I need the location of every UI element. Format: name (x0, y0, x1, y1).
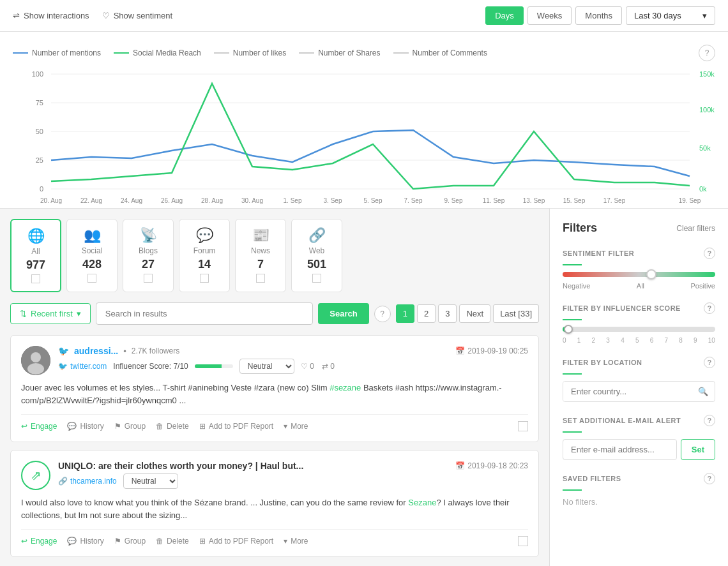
engage-btn-1[interactable]: ↩ Engage (21, 422, 57, 431)
source-news-check (256, 274, 265, 283)
delete-btn-1[interactable]: 🗑 Delete (156, 422, 189, 431)
saved-help-btn[interactable]: ? (704, 473, 715, 484)
page-last-btn[interactable]: Last [33] (493, 304, 539, 323)
sentiment-select-2[interactable]: Neutral Positive Negative (123, 473, 178, 489)
show-sentiment-btn[interactable]: ♡ Show sentiment (102, 11, 173, 20)
email-row: Set (563, 439, 715, 460)
months-btn[interactable]: Months (575, 6, 622, 25)
sentiment-slider[interactable] (563, 272, 715, 277)
source-all[interactable]: 🌐 All 977 (10, 219, 61, 292)
group-btn-1[interactable]: ⚑ Group (114, 422, 146, 431)
sentiment-select-1[interactable]: Neutral Positive Negative (239, 359, 294, 374)
history-btn-1[interactable]: 💬 History (67, 422, 103, 431)
sentiment-underline (563, 264, 582, 265)
influencer-thumb[interactable] (564, 325, 573, 334)
legend-likes: Number of likes (214, 48, 286, 57)
delete-btn-2[interactable]: 🗑 Delete (156, 537, 189, 546)
heart-icon: ♡ (102, 11, 110, 20)
result-2-highlight[interactable]: Sezane (408, 498, 436, 507)
source-link-1[interactable]: 🐦 twitter.com (58, 362, 107, 371)
svg-text:5. Sep: 5. Sep (364, 197, 383, 204)
svg-text:30. Aug: 30. Aug (241, 197, 263, 204)
chart-help[interactable]: ? (699, 45, 715, 61)
source-forum-check (200, 274, 209, 283)
sentiment-filter-label: SENTIMENT FILTER ? (563, 248, 715, 259)
chart-section: Number of mentions Social Media Reach Nu… (0, 32, 728, 209)
svg-text:75: 75 (36, 99, 43, 107)
page-1-btn[interactable]: 1 (396, 304, 414, 323)
show-interactions-btn[interactable]: ⇌ Show interactions (13, 11, 89, 20)
chart-help-icon[interactable]: ? (699, 45, 715, 61)
search-input[interactable] (96, 302, 314, 325)
influencer-slider[interactable] (563, 327, 715, 332)
days-btn[interactable]: Days (485, 6, 524, 25)
sentiment-filter-section: SENTIMENT FILTER ? Negative All Positive (563, 248, 715, 290)
source-social-check (87, 274, 96, 283)
pdf-icon-2: ⊞ (199, 537, 206, 546)
email-alert-section: SET ADDITIONAL E-MAIL ALERT ? Set (563, 415, 715, 460)
clear-filters-btn[interactable]: Clear filters (676, 224, 715, 233)
history-btn-2[interactable]: 💬 History (67, 537, 103, 546)
source-news[interactable]: 📰 News 7 (235, 219, 286, 292)
email-help-btn[interactable]: ? (704, 415, 715, 426)
twitter-icon: 🐦 (58, 362, 68, 371)
chart-legend: Number of mentions Social Media Reach Nu… (13, 45, 715, 61)
result-2-checkbox[interactable] (518, 536, 528, 546)
reaction-row-1: ♡ 0 ⇄ 0 (301, 362, 335, 371)
source-link-2[interactable]: 🔗 thcamera.info (58, 477, 117, 486)
engage-btn-2[interactable]: ↩ Engage (21, 537, 57, 546)
svg-text:0: 0 (40, 185, 43, 193)
source-social[interactable]: 👥 Social 428 (66, 219, 118, 292)
date-2: 📅 2019-09-18 20:23 (455, 461, 528, 470)
pdf-btn-1[interactable]: ⊞ Add to PDF Report (199, 422, 273, 431)
location-help-btn[interactable]: ? (704, 357, 715, 368)
search-help-button[interactable]: ? (374, 306, 391, 322)
page-next-btn[interactable]: Next (459, 304, 490, 323)
source-all-check (31, 274, 40, 283)
more-icon-2: ▾ (284, 537, 287, 546)
source-web[interactable]: 🔗 Web 501 (291, 219, 342, 292)
history-icon-1: 💬 (67, 422, 77, 431)
email-input[interactable] (563, 439, 677, 460)
location-underline (563, 373, 582, 375)
group-btn-2[interactable]: ⚑ Group (114, 537, 146, 546)
sentiment-labels: Negative All Positive (563, 282, 715, 290)
result-1-checkbox[interactable] (518, 421, 528, 431)
weeks-btn[interactable]: Weeks (527, 6, 572, 25)
page-2-btn[interactable]: 2 (417, 304, 436, 323)
web-icon-2: 🔗 (58, 477, 68, 486)
sentiment-help-btn[interactable]: ? (704, 248, 715, 259)
influencer-numbers: 012345678910 (563, 337, 715, 344)
page-3-btn[interactable]: 3 (438, 304, 457, 323)
source-blogs-check (144, 274, 153, 283)
web-icon: 🔗 (308, 227, 326, 244)
source-forum[interactable]: 💬 Forum 14 (179, 219, 230, 292)
top-bar-left: ⇌ Show interactions ♡ Show sentiment (13, 11, 172, 20)
source-web-check (312, 274, 321, 283)
interactions-icon: ⇌ (13, 11, 20, 20)
result-1-header: 🐦 audressi... • 2.7K followers 📅 2019-09… (21, 346, 528, 375)
result-card-1: 🐦 audressi... • 2.7K followers 📅 2019-09… (10, 335, 539, 442)
pdf-btn-2[interactable]: ⊞ Add to PDF Report (199, 537, 273, 546)
source-blogs[interactable]: 📡 Blogs 27 (123, 219, 174, 292)
search-button[interactable]: Search (318, 303, 368, 324)
sentiment-thumb[interactable] (646, 269, 656, 279)
more-btn-2[interactable]: ▾ More (284, 537, 308, 546)
location-input[interactable] (563, 382, 692, 401)
sort-button[interactable]: ⇅ Recent first ▾ (10, 303, 91, 324)
result-2-header: ⇗ UNIQLO: are their clothes worth your m… (21, 461, 528, 490)
set-email-btn[interactable]: Set (681, 439, 715, 460)
location-input-row: 🔍 (563, 381, 715, 402)
email-alert-label: SET ADDITIONAL E-MAIL ALERT ? (563, 415, 715, 426)
more-btn-1[interactable]: ▾ More (284, 422, 308, 431)
pagination: 1 2 3 Next Last [33] (396, 304, 539, 323)
date-range-dropdown[interactable]: Last 30 days ▾ (626, 6, 715, 25)
forum-icon: 💬 (196, 227, 213, 244)
svg-text:24. Aug: 24. Aug (121, 197, 142, 204)
svg-text:19. Sep: 19. Sep (679, 197, 701, 204)
result-1-highlight[interactable]: #sezane (330, 383, 361, 392)
svg-point-31 (31, 352, 41, 362)
all-icon: 🌐 (27, 228, 45, 244)
top-bar-right: Days Weeks Months Last 30 days ▾ (485, 6, 715, 25)
influencer-help-btn[interactable]: ? (704, 302, 715, 314)
